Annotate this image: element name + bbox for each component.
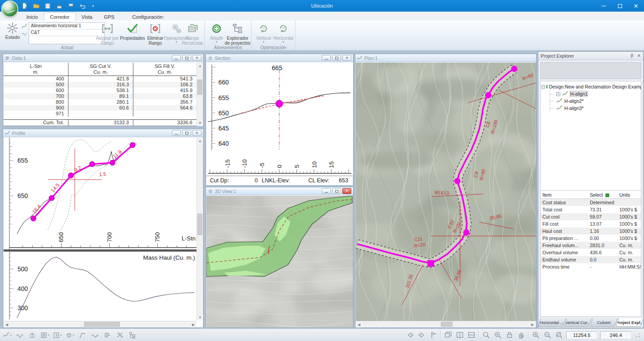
export-icon[interactable]: [67, 2, 75, 10]
save-icon[interactable]: [44, 2, 51, 10]
undo-icon[interactable]: [79, 2, 86, 10]
zoom-previous-icon[interactable]: [554, 331, 563, 340]
table-row[interactable]: 971: [4, 111, 196, 117]
profile-chart[interactable]: 65065516.414.59.21.511.9650700750L-Stn: [4, 138, 198, 249]
template-combo[interactable]: C&T: [29, 29, 104, 36]
close-button[interactable]: ✕: [628, 0, 644, 12]
cost-table-row[interactable]: Process time-HH:MM:SS: [541, 263, 641, 270]
tree-item-halign1[interactable]: +H-align1: [550, 90, 640, 97]
zoom-out-icon[interactable]: [543, 331, 552, 340]
table-row[interactable]: 90060.6564.6: [4, 105, 196, 111]
estado-button[interactable]: Estado: [2, 22, 23, 40]
3d-minimize-button[interactable]: [322, 188, 331, 194]
section-close-button[interactable]: ✕: [342, 55, 351, 61]
cube-3d-icon[interactable]: ▾: [65, 331, 74, 340]
mass-haul-chart[interactable]: 300400500Mass Haul (Cu. m.): [4, 252, 198, 320]
cost-table-row[interactable]: Total cost73.311000's $: [541, 206, 641, 213]
curve-icon[interactable]: [78, 331, 87, 340]
expand-icon[interactable]: +: [556, 92, 560, 96]
pin-icon[interactable]: [629, 53, 635, 59]
minimize-button[interactable]: [596, 0, 612, 12]
section-axis-icon[interactable]: [28, 331, 37, 340]
tile-horizontal-icon[interactable]: [467, 331, 476, 340]
table-row[interactable]: 70089.163.8: [4, 93, 196, 99]
rango-recalcular-button[interactable]: Rango Recalcular: [181, 22, 204, 46]
cost-table-row[interactable]: Endhaul volume0.0Cu. m.: [541, 256, 641, 263]
window-panes-icon[interactable]: ▾: [53, 331, 62, 340]
eliminar-rango-button[interactable]: Eliminar Rango: [145, 22, 166, 46]
explorer-tab-projectexpl[interactable]: Project Expl...: [616, 318, 644, 327]
extra-combo[interactable]: [29, 36, 104, 44]
3d-restore-button[interactable]: [332, 188, 341, 194]
plan-map[interactable]: C8R=100C9R=60C10R=20C11R=20R=6080.61330.…: [356, 63, 536, 321]
forward-icon[interactable]: [417, 331, 426, 340]
pan-hand-icon[interactable]: [516, 331, 525, 340]
anadir-button[interactable]: Añadir ▾: [208, 22, 226, 43]
section-restore-button[interactable]: [332, 55, 341, 61]
ribbon-tab-vista[interactable]: Vista: [76, 13, 98, 21]
import-icon[interactable]: [55, 2, 63, 10]
open-folder-icon[interactable]: [32, 2, 40, 10]
org-tree-icon[interactable]: [128, 331, 137, 340]
zoom-dynamic-icon[interactable]: [493, 331, 502, 340]
3d-window-titlebar[interactable]: 3D View:1 ✕: [206, 187, 353, 195]
cost-table-row[interactable]: Overhaul volume436.6Cu. m.: [541, 249, 641, 256]
profile-vertical-scrollbar[interactable]: ▲ ▼: [196, 138, 203, 320]
horizontal-optimization-button[interactable]: Horizontal ▾: [273, 22, 294, 43]
wave-arrow-icon[interactable]: [90, 331, 99, 340]
data-vertical-scrollbar[interactable]: ▲ ▼: [196, 63, 203, 126]
profile-close-button[interactable]: ✕: [192, 130, 201, 136]
explorer-tab-culvert[interactable]: Culvert: [590, 318, 618, 327]
profile-wave-icon[interactable]: [15, 331, 24, 340]
3d-view[interactable]: [206, 196, 353, 328]
ribbon-tab-corredor[interactable]: Corredor: [44, 13, 76, 21]
collapse-icon[interactable]: −: [542, 85, 545, 89]
zoom-lock-icon[interactable]: [505, 331, 514, 340]
data-close-button[interactable]: ✕: [192, 55, 201, 61]
cost-table-row[interactable]: Haul cost1.161000's $: [541, 227, 641, 235]
cost-table-row[interactable]: Pit preparation ...0.001000's $: [541, 235, 641, 242]
tree-item-halign3[interactable]: H-align3*: [550, 105, 640, 112]
plan-horizontal-scrollbar[interactable]: ◀ ▶: [356, 321, 536, 327]
cascade-windows-icon[interactable]: [444, 331, 452, 340]
project-explorer-titlebar[interactable]: Project Explorer ✕: [538, 52, 643, 60]
cost-summary-table[interactable]: ItemSelectUnitsCost statusDeterminedTota…: [540, 190, 641, 317]
tile-vertical-icon[interactable]: [455, 331, 464, 340]
qat-more-icon[interactable]: ▾: [92, 4, 94, 8]
section-window-titlebar[interactable]: Section ✕: [206, 54, 353, 62]
profile-minimize-button[interactable]: [172, 130, 181, 136]
zoom-window-icon[interactable]: [482, 331, 490, 340]
plan-window-titlebar[interactable]: Plan:1: [355, 54, 536, 62]
panel-close-icon[interactable]: ✕: [637, 53, 641, 59]
asignar-por-rango-button[interactable]: Asignar por Rango: [96, 22, 119, 46]
data-window-titlebar[interactable]: Data:1 ✕: [3, 54, 203, 62]
back-icon[interactable]: [405, 331, 414, 340]
section-minimize-button[interactable]: [322, 55, 331, 61]
profile-window-titlebar[interactable]: Profile ✕: [3, 129, 203, 137]
3d-close-button[interactable]: ✕: [342, 188, 351, 194]
table-row[interactable]: 800280.1356.7: [4, 99, 196, 105]
cost-table-row[interactable]: Cost statusDetermined: [541, 199, 641, 206]
explorer-tab-verticalcur[interactable]: Vertical Cur...: [564, 318, 592, 327]
new-file-icon[interactable]: [21, 2, 28, 10]
mass-haul-icon[interactable]: [103, 331, 112, 340]
table-row[interactable]: 500316.3106.2: [4, 82, 196, 88]
project-tree[interactable]: −Design:New and Reclamation Design Examp…: [541, 81, 641, 114]
cost-table-row[interactable]: Cut cost59.071000's $: [541, 213, 641, 220]
ribbon-tab-gps[interactable]: GPS: [98, 13, 120, 21]
maximize-button[interactable]: [612, 0, 628, 12]
explorer-tab-horizontal[interactable]: Horizontal ...: [538, 318, 566, 327]
cost-table-row[interactable]: Fill cost13.071000's $: [541, 220, 641, 227]
vertical-optimization-button[interactable]: Vertical ▾: [254, 22, 273, 43]
ribbon-tab-configuracin[interactable]: Configuración:: [127, 13, 170, 21]
cost-table-row[interactable]: Freehaul volum...2831.0Cu. m.: [541, 242, 641, 249]
cross-section-icon[interactable]: [115, 331, 124, 340]
ribbon-tab-inicio[interactable]: Inicio: [21, 13, 44, 21]
zoom-in-icon[interactable]: [531, 331, 540, 340]
section-chart[interactable]: 640645650655660665-15-10-5051015: [206, 63, 353, 176]
flag-icon[interactable]: [429, 331, 438, 340]
data-restore-button[interactable]: [182, 55, 191, 61]
table-row[interactable]: 400421.8541.3: [4, 76, 196, 82]
app-logo[interactable]: [1, 0, 18, 17]
profile-restore-button[interactable]: [182, 130, 191, 136]
